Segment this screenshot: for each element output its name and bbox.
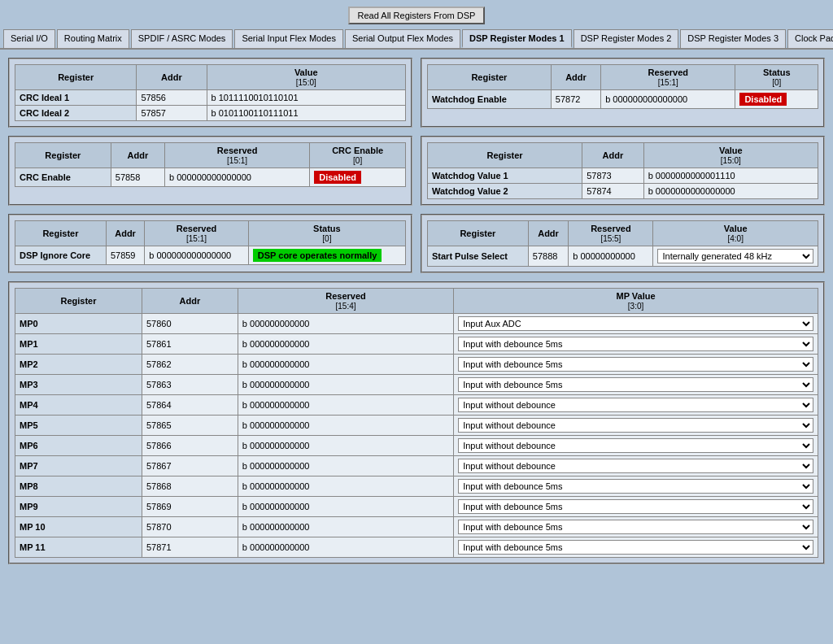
tab-bar: Serial I/O Routing Matrix SPDIF / ASRC M… [0, 29, 833, 50]
cell-label: Start Pulse Select [428, 246, 529, 267]
watchdog-enable-table: Register Addr Reserved[15:1] Status[0] W… [427, 64, 818, 109]
cell-status: DSP core operates normally [248, 246, 405, 265]
mp-value-select[interactable]: Input with debounce 5ms [458, 479, 813, 494]
cell-addr: 57861 [142, 334, 238, 355]
cell-value: b 1011110010110101 [207, 90, 406, 106]
cell-addr: 57864 [142, 395, 238, 416]
table-row: MP3 57863 b 000000000000 Input with debo… [15, 375, 818, 395]
mp-value-select[interactable]: Input with debounce 5ms [458, 520, 813, 534]
cell-reserved: b 000000000000 [238, 395, 453, 416]
cell-reserved: b 00000000000 [569, 246, 653, 267]
cell-mp-value[interactable]: Input without debounce [454, 456, 818, 476]
cell-label: DSP Ignore Core [15, 246, 107, 265]
col-addr: Addr [528, 221, 569, 246]
tab-spdif-asrc[interactable]: SPDIF / ASRC Modes [131, 29, 233, 48]
cell-label: MP7 [15, 456, 142, 476]
cell-label: MP8 [15, 476, 142, 497]
crc-enable-table: Register Addr Reserved[15:1] CRC Enable[… [15, 142, 406, 187]
cell-addr: 57859 [106, 246, 144, 265]
col-addr: Addr [111, 143, 164, 168]
cell-mp-value[interactable]: Input Aux ADC [454, 314, 818, 334]
col-addr: Addr [551, 65, 600, 90]
cell-addr: 57870 [142, 517, 238, 537]
table-row: Watchdog Enable 57872 b 000000000000000 … [428, 90, 818, 109]
cell-value: b 0000000000000000 [643, 184, 818, 199]
table-row: MP2 57862 b 000000000000 Input with debo… [15, 355, 818, 375]
tab-clock-pad-multiplexer[interactable]: Clock Pad Multiplexer [787, 29, 833, 48]
tab-dsp-register-modes-2[interactable]: DSP Register Modes 2 [574, 29, 679, 48]
tab-serial-io[interactable]: Serial I/O [3, 29, 55, 48]
start-pulse-panel: Register Addr Reserved[15:5] Value[4:0] … [421, 214, 825, 273]
mp-value-select[interactable]: Input without debounce [458, 438, 813, 453]
cell-reserved: b 000000000000 [238, 355, 453, 375]
table-row: DSP Ignore Core 57859 b 000000000000000 … [15, 246, 406, 265]
cell-addr: 57871 [142, 537, 238, 558]
table-row: CRC Ideal 1 57856 b 1011110010110101 [15, 90, 406, 106]
cell-label: MP5 [15, 416, 142, 436]
table-row: MP7 57867 b 000000000000 Input without d… [15, 456, 818, 476]
watchdog-enable-panel: Register Addr Reserved[15:1] Status[0] W… [421, 58, 825, 128]
col-reserved: Reserved[15:4] [238, 289, 453, 314]
watchdog-value-panel: Register Addr Value[15:0] Watchdog Value… [421, 136, 825, 206]
cell-mp-value[interactable]: Input without debounce [454, 436, 818, 456]
cell-label: MP1 [15, 334, 142, 355]
table-row: CRC Enable 57858 b 000000000000000 Disab… [15, 168, 406, 187]
mp-value-select[interactable]: Input Aux ADC [458, 316, 813, 331]
tab-dsp-register-modes-3[interactable]: DSP Register Modes 3 [680, 29, 786, 48]
mp-value-select[interactable]: Input with debounce 5ms [458, 337, 813, 351]
cell-mp-value[interactable]: Input with debounce 5ms [454, 355, 818, 375]
cell-mp-value[interactable]: Input without debounce [454, 395, 818, 416]
cell-label: CRC Ideal 2 [15, 106, 137, 121]
table-row: MP5 57865 b 000000000000 Input without d… [15, 416, 818, 436]
cell-addr: 57868 [142, 476, 238, 497]
tab-serial-output-flex[interactable]: Serial Output Flex Modes [345, 29, 460, 48]
table-row: MP 11 57871 b 000000000000 Input with de… [15, 537, 818, 558]
mp-table: Register Addr Reserved[15:4] MP Value[3:… [15, 288, 818, 558]
table-row: Watchdog Value 2 57874 b 000000000000000… [428, 184, 818, 199]
table-row: MP0 57860 b 000000000000 Input Aux ADC [15, 314, 818, 334]
col-value: Value[15:0] [207, 65, 406, 90]
cell-mp-value[interactable]: Input with debounce 5ms [454, 517, 818, 537]
cell-mp-value[interactable]: Input with debounce 5ms [454, 476, 818, 497]
cell-addr: 57858 [111, 168, 164, 187]
table-row: Watchdog Value 1 57873 b 000000000000111… [428, 168, 818, 184]
status-badge-disabled: Disabled [739, 93, 787, 106]
col-reserved: Reserved[15:5] [569, 221, 653, 246]
cell-value: b 0101100110111011 [207, 106, 406, 121]
cell-mp-value[interactable]: Input with debounce 5ms [454, 497, 818, 517]
cell-label: MP6 [15, 436, 142, 456]
table-row: CRC Ideal 2 57857 b 0101100110111011 [15, 106, 406, 121]
cell-mp-value[interactable]: Input with debounce 5ms [454, 334, 818, 355]
mp-value-select[interactable]: Input with debounce 5ms [458, 540, 813, 555]
cell-value[interactable]: Internally generated 48 kHz [653, 246, 818, 267]
mp-value-select[interactable]: Input without debounce [458, 418, 813, 433]
cell-reserved: b 000000000000000 [164, 168, 309, 187]
mp-value-select[interactable]: Input without debounce [458, 459, 813, 473]
tab-serial-input-flex[interactable]: Serial Input Flex Modes [234, 29, 343, 48]
read-all-registers-button[interactable]: Read All Registers From DSP [348, 7, 486, 24]
cell-mp-value[interactable]: Input with debounce 5ms [454, 375, 818, 395]
mp-value-select[interactable]: Input with debounce 5ms [458, 499, 813, 514]
cell-addr: 57866 [142, 436, 238, 456]
cell-reserved: b 000000000000 [238, 375, 453, 395]
status-badge-disabled: Disabled [314, 171, 361, 184]
tab-dsp-register-modes-1[interactable]: DSP Register Modes 1 [462, 29, 572, 48]
cell-addr: 57872 [551, 90, 600, 109]
cell-addr: 57874 [582, 184, 644, 199]
cell-mp-value[interactable]: Input with debounce 5ms [454, 537, 818, 558]
col-addr: Addr [106, 221, 144, 246]
table-row: Start Pulse Select 57888 b 00000000000 I… [428, 246, 818, 267]
watchdog-value-table: Register Addr Value[15:0] Watchdog Value… [427, 142, 818, 199]
cell-label: MP2 [15, 355, 142, 375]
table-row: MP9 57869 b 000000000000 Input with debo… [15, 497, 818, 517]
mp-value-select[interactable]: Input without debounce [458, 398, 813, 412]
col-reserved: Reserved[15:1] [145, 221, 249, 246]
cell-mp-value[interactable]: Input without debounce [454, 416, 818, 436]
mp-value-select[interactable]: Input with debounce 5ms [458, 377, 813, 392]
table-row: MP1 57861 b 000000000000 Input with debo… [15, 334, 818, 355]
start-pulse-select[interactable]: Internally generated 48 kHz [657, 249, 813, 263]
tab-routing-matrix[interactable]: Routing Matrix [57, 29, 129, 48]
cell-addr: 57867 [142, 456, 238, 476]
main-content: Register Addr Value[15:0] CRC Ideal 1 57… [0, 50, 833, 572]
mp-value-select[interactable]: Input with debounce 5ms [458, 357, 813, 372]
